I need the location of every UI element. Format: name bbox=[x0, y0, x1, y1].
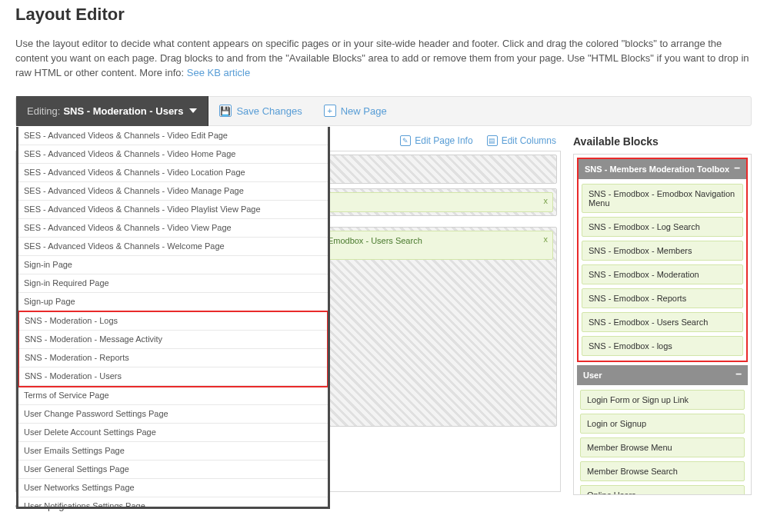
kb-article-link[interactable]: See KB article bbox=[187, 67, 250, 78]
edit-page-info-label: Edit Page Info bbox=[415, 135, 472, 146]
dropdown-item[interactable]: User Change Password Settings Page bbox=[18, 405, 328, 424]
panel-moderation-toolbox: SNS - Members Moderation Toolbox – SNS -… bbox=[577, 158, 748, 362]
remove-block-icon[interactable]: x bbox=[544, 234, 549, 244]
page-title: Layout Editor bbox=[15, 5, 752, 25]
editing-page-dropdown-button[interactable]: Editing: SNS - Moderation - Users bbox=[16, 96, 208, 126]
dropdown-highlight-group: SNS - Moderation - LogsSNS - Moderation … bbox=[18, 311, 328, 387]
panel-head-user[interactable]: User – bbox=[577, 365, 748, 385]
dropdown-item[interactable]: User Emails Settings Page bbox=[18, 442, 328, 461]
panel-user: User – Login Form or Sign up LinkLogin o… bbox=[577, 365, 748, 495]
available-block[interactable]: Login Form or Sign up Link bbox=[580, 390, 745, 410]
placed-block-users-search[interactable]: SNS - Emodbox - Users Search edit x bbox=[296, 231, 554, 260]
available-block[interactable]: SNS - Emodbox - Moderation bbox=[582, 264, 743, 284]
toolbar: Editing: SNS - Moderation - Users 💾 Save… bbox=[15, 96, 752, 126]
intro-pre: Use the layout editor to decide what con… bbox=[15, 38, 749, 78]
dropdown-item[interactable]: SES - Advanced Videos & Channels - Video… bbox=[18, 164, 328, 182]
available-block[interactable]: Member Browse Search bbox=[580, 461, 745, 481]
edit-columns-label: Edit Columns bbox=[502, 135, 556, 146]
dropdown-item[interactable]: SES - Advanced Videos & Channels - Welco… bbox=[18, 238, 328, 256]
dropdown-item[interactable]: SNS - Moderation - Users bbox=[19, 367, 327, 386]
dropdown-item[interactable]: Sign-up Page bbox=[18, 293, 328, 311]
available-block[interactable]: Online Users bbox=[580, 485, 745, 495]
save-icon: 💾 bbox=[219, 105, 232, 117]
available-block[interactable]: Member Browse Menu bbox=[580, 437, 745, 457]
panel-head-moderation[interactable]: SNS - Members Moderation Toolbox – bbox=[577, 158, 748, 179]
remove-block-icon[interactable]: x bbox=[544, 196, 549, 205]
save-changes-button[interactable]: 💾 Save Changes bbox=[208, 96, 312, 126]
dropdown-item[interactable]: SES - Advanced Videos & Channels - Video… bbox=[18, 182, 328, 201]
dropdown-item[interactable]: User General Settings Page bbox=[18, 461, 328, 479]
intro-text: Use the layout editor to decide what con… bbox=[15, 37, 752, 81]
dropdown-item[interactable]: User Networks Settings Page bbox=[18, 479, 328, 497]
collapse-icon[interactable]: – bbox=[734, 164, 740, 171]
dropdown-item[interactable]: User Delete Account Settings Page bbox=[18, 424, 328, 442]
dropdown-item[interactable]: User Notifications Settings Page bbox=[18, 497, 328, 509]
dropdown-item[interactable]: SNS - Moderation - Reports bbox=[19, 349, 327, 367]
new-page-label: New Page bbox=[341, 105, 387, 117]
available-block[interactable]: SNS - Emodbox - logs bbox=[582, 336, 743, 356]
editing-prefix: Editing: bbox=[27, 105, 60, 117]
dropdown-item[interactable]: SES - Advanced Videos & Channels - Video… bbox=[18, 127, 328, 145]
caret-down-icon bbox=[189, 108, 197, 113]
available-block[interactable]: SNS - Emodbox - Users Search bbox=[582, 312, 743, 332]
dropdown-item[interactable]: Sign-in Page bbox=[18, 256, 328, 274]
dropdown-item[interactable]: SES - Advanced Videos & Channels - Video… bbox=[18, 201, 328, 219]
panel-title: SNS - Members Moderation Toolbox bbox=[585, 165, 729, 174]
dropdown-item[interactable]: SES - Advanced Videos & Channels - Video… bbox=[18, 219, 328, 238]
page-dropdown[interactable]: SES - Advanced Videos & Channels - Video… bbox=[16, 127, 330, 509]
save-label: Save Changes bbox=[236, 105, 302, 117]
edit-columns-link[interactable]: ▤ Edit Columns bbox=[487, 135, 556, 146]
editing-current-page: SNS - Moderation - Users bbox=[63, 105, 183, 117]
dropdown-item[interactable]: SNS - Moderation - Message Activity bbox=[19, 331, 327, 349]
new-page-icon: + bbox=[324, 105, 336, 117]
dropzone-right[interactable]: SNS - Emodbox - Users Search edit x bbox=[292, 227, 558, 427]
available-block[interactable]: SNS - Emodbox - Reports bbox=[582, 288, 743, 308]
available-block[interactable]: SNS - Emodbox - Emodbox Navigation Menu bbox=[582, 184, 743, 213]
new-page-button[interactable]: + New Page bbox=[313, 96, 398, 126]
dropdown-item[interactable]: Terms of Service Page bbox=[18, 387, 328, 405]
available-block[interactable]: Login or Signup bbox=[580, 414, 745, 434]
available-block[interactable]: SNS - Emodbox - Members bbox=[582, 241, 743, 261]
pencil-icon: ✎ bbox=[400, 135, 411, 146]
dropdown-item[interactable]: Sign-in Required Page bbox=[18, 274, 328, 293]
panel-title: User bbox=[583, 371, 602, 380]
collapse-icon[interactable]: – bbox=[735, 370, 742, 377]
available-block[interactable]: SNS - Emodbox - Log Search bbox=[582, 217, 743, 237]
columns-icon: ▤ bbox=[487, 135, 498, 146]
dropdown-item[interactable]: SNS - Moderation - Logs bbox=[19, 312, 327, 331]
available-heading: Available Blocks bbox=[573, 135, 752, 148]
dropdown-item[interactable]: SES - Advanced Videos & Channels - Video… bbox=[18, 145, 328, 164]
available-scroll[interactable]: SNS - Members Moderation Toolbox – SNS -… bbox=[573, 154, 752, 495]
edit-page-info-link[interactable]: ✎ Edit Page Info bbox=[400, 135, 472, 146]
